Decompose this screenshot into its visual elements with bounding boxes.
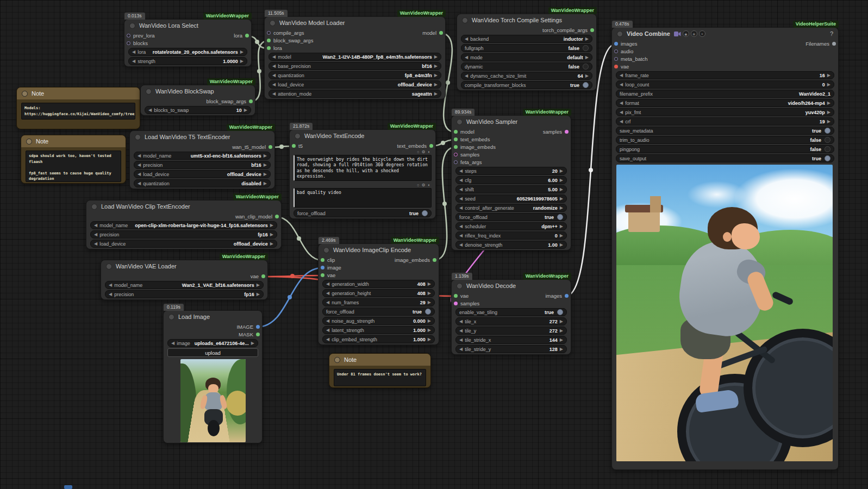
node-wanvideo-lora-select[interactable]: 0.013s WanVideoWrapper WanVideo Lora Sel…: [124, 19, 252, 67]
collapse-dot[interactable]: [457, 283, 463, 289]
port-dot[interactable]: [275, 215, 279, 218]
widget-base_precision[interactable]: base_precisionbf16: [268, 62, 441, 70]
widget-load_device[interactable]: load_deviceoffload_device: [268, 80, 441, 89]
negative-prompt-textarea[interactable]: bad quality video: [294, 188, 432, 208]
widget-tile_stride_y[interactable]: tile_stride_y128: [455, 345, 567, 353]
node-video-combine[interactable]: 0.478s VideoHelperSuite Video Combine ◉ …: [611, 27, 839, 470]
widget-force_offload[interactable]: force_offloadtrue: [294, 209, 432, 217]
help-icon[interactable]: ?: [830, 30, 833, 37]
output-port-torch_compile_args[interactable]: torch_compile_args: [542, 26, 594, 34]
input-port-feta_args[interactable]: feta_args: [454, 158, 482, 166]
workflow-image-icon[interactable]: ◉: [683, 30, 689, 37]
offscreen-node-edge[interactable]: [64, 485, 72, 489]
note-title-bar[interactable]: Note: [21, 135, 126, 147]
node-wanvideo-imageclip-encode[interactable]: 2.469s WanVideoWrapper WanVideo ImageCli…: [318, 243, 439, 345]
widget-generation_width[interactable]: generation_width408: [322, 280, 435, 288]
widget-tile_x[interactable]: tile_x272: [455, 317, 567, 325]
widget-force_offload[interactable]: force_offloadtrue: [322, 308, 435, 316]
widget-precision[interactable]: precisionfp16: [90, 230, 277, 239]
queue-icon[interactable]: ⊕: [691, 30, 697, 37]
input-port-images[interactable]: images: [614, 40, 638, 47]
collapse-dot[interactable]: [270, 20, 276, 26]
port-dot[interactable]: [321, 273, 324, 277]
port-dot[interactable]: [249, 99, 253, 103]
output-port-image[interactable]: IMAGE: [236, 323, 260, 330]
widget-denoise_strength[interactable]: denoise_strength1.00: [455, 241, 567, 249]
port-dot[interactable]: [127, 34, 130, 37]
collapse-dot[interactable]: [129, 23, 135, 29]
port-dot[interactable]: [127, 41, 130, 45]
input-port-image_embeds[interactable]: image_embeds: [454, 143, 496, 151]
widget-tile_stride_x[interactable]: tile_stride_x144: [455, 336, 567, 344]
port-dot[interactable]: [454, 145, 458, 149]
port-dot[interactable]: [454, 160, 458, 164]
port-dot[interactable]: [614, 57, 618, 61]
node-wanvideo-torch-compile-settings[interactable]: WanVideoWrapper WanVideo Torch Compile S…: [457, 14, 597, 91]
node-title-bar[interactable]: Load WanVideo Clip TextEncoder: [86, 200, 281, 212]
node-wanvideo-model-loader[interactable]: 11.505s WanVideoWrapper WanVideo Model L…: [264, 16, 446, 99]
toggle-on[interactable]: [583, 82, 589, 88]
widget-load_device[interactable]: load_deviceoffload_device: [90, 240, 277, 248]
widget-crf[interactable]: crf19: [616, 117, 834, 126]
widget-model_name[interactable]: model_nameumt5-xxl-enc-bf16.safetensors: [134, 152, 271, 160]
node-title-bar[interactable]: WanVideo Decode: [452, 280, 571, 292]
input-port-prev_lora[interactable]: prev_lora: [127, 32, 155, 39]
widget-strength[interactable]: strength1.0000: [128, 57, 247, 65]
collapse-dot[interactable]: [106, 264, 112, 269]
node-title-bar[interactable]: Video Combine ◉ ⊕ ◒ ?: [612, 28, 838, 40]
port-dot[interactable]: [454, 153, 458, 156]
port-dot[interactable]: [614, 65, 618, 68]
toggle-on[interactable]: [825, 155, 830, 161]
note-text[interactable]: Models: https://huggingface.co/Kijai/Wan…: [21, 103, 135, 120]
note-title-bar[interactable]: Note: [17, 87, 140, 99]
port-dot[interactable]: [590, 28, 594, 32]
node-title-bar[interactable]: WanVideo Lora Select: [124, 20, 251, 32]
widget-noise_aug_strength[interactable]: noise_aug_strength0.000: [322, 317, 435, 325]
node-wanvideo-vae-loader[interactable]: WanVideoWrapper WanVideo VAE Loader vae …: [101, 260, 268, 300]
port-dot[interactable]: [614, 49, 618, 53]
widget-tile_y[interactable]: tile_y272: [455, 327, 567, 335]
widget-steps[interactable]: steps20: [455, 167, 567, 175]
input-port-compile_args[interactable]: compile_args: [267, 29, 304, 36]
port-dot[interactable]: [245, 34, 249, 37]
note-text[interactable]: Under 81 frames doesn't seem to work?: [334, 369, 426, 386]
widget-dynamo_cache_size_limit[interactable]: dynamo_cache_size_limit64: [461, 72, 592, 80]
node-title-bar[interactable]: WanVideo Torch Compile Settings: [457, 14, 596, 26]
toggle-on[interactable]: [422, 210, 428, 216]
output-port-images[interactable]: images: [545, 292, 569, 299]
output-port-text_embeds[interactable]: text_embeds: [397, 142, 433, 149]
node-title-bar[interactable]: Load WanVideo T5 TextEncoder: [130, 131, 274, 143]
widget-enable_vae_tiling[interactable]: enable_vae_tilingtrue: [455, 308, 567, 316]
node-title-bar[interactable]: WanVideo BlockSwap: [141, 85, 255, 97]
output-port-mask[interactable]: MASK: [239, 330, 260, 338]
collapse-dot[interactable]: [26, 139, 32, 145]
input-port-audio[interactable]: audio: [614, 47, 633, 55]
port-dot[interactable]: [454, 294, 458, 298]
port-dot[interactable]: [267, 31, 271, 35]
node-title-bar[interactable]: WanVideo ImageClip Encode: [319, 244, 439, 256]
collapse-dot[interactable]: [323, 247, 329, 253]
widget-fullgraph[interactable]: fullgraphfalse: [461, 44, 592, 52]
node-load-wanvideo-clip-textencoder[interactable]: WanVideoWrapper Load WanVideo Clip TextE…: [86, 200, 282, 249]
widget-num_frames[interactable]: num_frames29: [322, 298, 435, 306]
collapse-dot[interactable]: [135, 134, 141, 140]
output-port-wan_t5_model[interactable]: wan_t5_model: [232, 143, 272, 151]
output-port-wan_clip_model[interactable]: wan_clip_model: [235, 212, 279, 220]
widget-filename_prefix[interactable]: filename_prefixWanVideo2_1: [616, 90, 834, 98]
toggle-off[interactable]: [583, 45, 589, 51]
input-port-clip[interactable]: clip: [321, 256, 335, 264]
widget-mode[interactable]: modedefault: [461, 53, 592, 61]
toggle-on[interactable]: [425, 309, 431, 315]
node-wanvideo-textencode[interactable]: 21.872s WanVideoWrapper WanVideo TextEnc…: [289, 129, 436, 219]
input-port-model[interactable]: model: [454, 128, 474, 135]
widget-model_name[interactable]: model_nameopen-clip-xlm-roberta-large-vi…: [90, 221, 277, 229]
widget-quantization[interactable]: quantizationfp8_e4m3fn: [268, 71, 441, 79]
widget-seed[interactable]: seed605296199978605: [455, 195, 567, 203]
collapse-dot[interactable]: [91, 204, 97, 210]
input-port-text_embeds[interactable]: text_embeds: [454, 135, 490, 143]
node-title-bar[interactable]: WanVideo Sampler: [452, 116, 571, 128]
collapse-dot[interactable]: [462, 17, 468, 23]
node-title-bar[interactable]: WanVideo TextEncode: [290, 130, 435, 142]
port-dot[interactable]: [454, 137, 458, 141]
port-dot[interactable]: [565, 294, 569, 298]
